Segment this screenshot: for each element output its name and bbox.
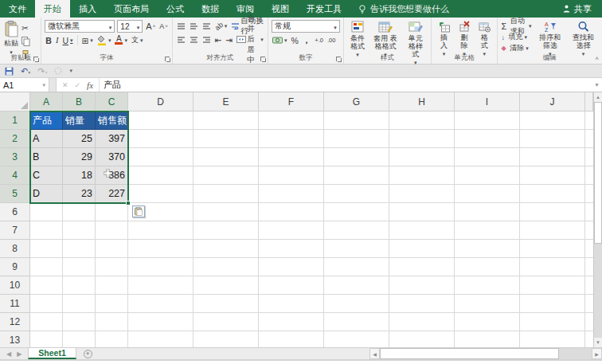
font-dialog-launcher[interactable] [164,56,170,62]
cell-H5[interactable] [389,185,455,203]
cell-D4[interactable] [128,166,194,185]
scroll-right-button[interactable]: ▶ [592,348,602,359]
prev-sheet-button[interactable]: ◀ [6,350,11,358]
paste-options-button[interactable] [132,205,145,217]
cell-J9[interactable] [520,258,585,276]
cell-I12[interactable] [455,313,520,331]
cell-E8[interactable] [194,240,259,258]
cell-J12[interactable] [520,313,585,331]
cancel-entry-button[interactable]: ✕ [62,81,68,89]
cell-I11[interactable] [455,295,520,313]
cell-A2[interactable]: A [30,130,63,148]
tab-home[interactable]: 开始 [35,0,70,18]
cell-D3[interactable] [128,148,194,166]
cell-E6[interactable] [194,203,259,221]
cell-B11[interactable] [63,295,96,313]
cell-I2[interactable] [455,130,520,148]
cell-D10[interactable] [128,276,194,295]
cell-G6[interactable] [324,203,389,221]
underline-button[interactable]: U [61,34,73,46]
cell-E5[interactable] [194,185,259,203]
tab-insert[interactable]: 插入 [70,0,105,18]
row-header-6[interactable]: 6 [0,203,30,221]
cell-B1[interactable]: 销量 [63,112,96,130]
insert-function-button[interactable]: fx [87,80,93,90]
tab-data[interactable]: 数据 [193,0,228,18]
cell-H11[interactable] [389,295,455,313]
cell-F2[interactable] [259,130,324,148]
collapse-ribbon-button[interactable]: ˄ [595,55,599,62]
cell-B6[interactable] [63,203,96,221]
row-header-5[interactable]: 5 [0,185,30,203]
fill-handle[interactable] [126,201,131,205]
clear-button[interactable]: ◆ 清除 [501,43,533,53]
cell-A6[interactable] [30,203,63,221]
cell-A1[interactable]: 产品 [30,112,63,130]
cell-A5[interactable]: D [30,185,63,203]
cell-F1[interactable] [259,112,324,130]
tab-view[interactable]: 视图 [263,0,298,18]
cell-C5[interactable]: 227 [96,185,128,203]
customize-qat-button[interactable]: ▾ [69,68,72,74]
cell-B2[interactable]: 25 [63,130,96,148]
cell-D12[interactable] [128,313,194,331]
cell-F10[interactable] [259,276,324,295]
scroll-down-button[interactable]: ▼ [594,338,602,347]
cell-H9[interactable] [389,258,455,276]
cell-J7[interactable] [520,221,585,240]
cell-G8[interactable] [324,240,389,258]
column-header-E[interactable]: E [194,92,259,112]
cell-E2[interactable] [194,130,259,148]
italic-button[interactable]: I [55,34,60,46]
name-box[interactable]: A1 ▾ [0,78,49,92]
cell-D1[interactable] [128,112,194,130]
align-center-button[interactable] [189,33,199,45]
cell-H7[interactable] [389,221,455,240]
cell-I4[interactable] [455,166,520,185]
cell-F4[interactable] [259,166,324,185]
cell-J1[interactable] [520,112,585,130]
row-header-1[interactable]: 1 [0,112,30,130]
font-size-combo[interactable]: 12 [117,20,143,33]
cell-G12[interactable] [324,313,389,331]
next-sheet-button[interactable]: ▶ [17,350,22,358]
cell-B4[interactable]: 18 [63,166,96,185]
column-header-C[interactable]: C [96,92,128,112]
cell-J5[interactable] [520,185,585,203]
align-bottom-button[interactable] [201,20,212,32]
cell-C13[interactable] [96,331,128,347]
cell-C9[interactable] [96,258,128,276]
cell-I13[interactable] [455,331,520,347]
borders-button[interactable]: ⊞ [81,34,94,46]
row-header-9[interactable]: 9 [0,258,30,276]
cell-J4[interactable] [520,166,585,185]
alignment-dialog-launcher[interactable] [260,56,266,62]
cell-B10[interactable] [63,276,96,295]
cell-I10[interactable] [455,276,520,295]
phonetic-guide-button[interactable]: 文 [131,34,144,46]
row-header-12[interactable]: 12 [0,313,30,331]
comma-style-button[interactable]: ， [302,34,312,46]
font-color-button[interactable]: A [114,34,128,46]
cell-D2[interactable] [128,130,194,148]
scroll-up-button[interactable]: ▲ [594,92,602,102]
cell-A4[interactable]: C [30,166,63,185]
cell-I3[interactable] [455,148,520,166]
cell-H6[interactable] [389,203,455,221]
cell-E3[interactable] [194,148,259,166]
align-left-button[interactable] [176,33,186,45]
cell-B12[interactable] [63,313,96,331]
cell-E9[interactable] [194,258,259,276]
redo-button[interactable]: ↷▾ [37,66,47,76]
cell-A8[interactable] [30,240,63,258]
new-sheet-button[interactable]: + [76,348,100,359]
cell-B8[interactable] [63,240,96,258]
cell-I9[interactable] [455,258,520,276]
cell-G11[interactable] [324,295,389,313]
cell-C12[interactable] [96,313,128,331]
cell-E4[interactable] [194,166,259,185]
fill-color-button[interactable] [96,34,112,46]
cell-H10[interactable] [389,276,455,295]
cell-I8[interactable] [455,240,520,258]
column-header-H[interactable]: H [389,92,455,112]
